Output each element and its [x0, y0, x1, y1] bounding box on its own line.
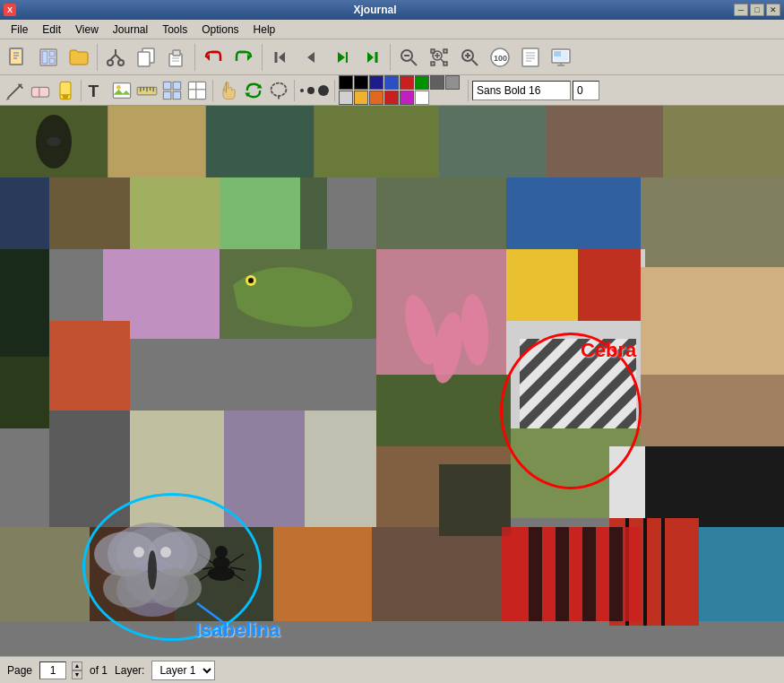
presentation-button[interactable] — [547, 43, 575, 72]
page-number-input[interactable] — [39, 661, 66, 679]
color-dark-red[interactable] — [400, 75, 414, 90]
svg-rect-126 — [273, 527, 372, 621]
svg-point-8 — [108, 60, 113, 65]
nav-next-button[interactable] — [327, 43, 356, 72]
toolbar-main: 100 — [0, 39, 784, 75]
text-tool[interactable]: T — [85, 79, 108, 102]
svg-rect-99 — [506, 177, 641, 249]
color-dark-blue[interactable] — [369, 75, 383, 90]
svg-rect-141 — [529, 527, 542, 621]
undo-button[interactable] — [199, 43, 228, 72]
color-yellow[interactable] — [354, 91, 368, 105]
color-blue[interactable] — [384, 75, 399, 90]
color-light-gray[interactable] — [339, 91, 353, 105]
maximize-button[interactable]: □ — [750, 4, 764, 16]
svg-marker-21 — [279, 52, 285, 63]
color-black[interactable] — [339, 75, 353, 90]
svg-rect-91 — [0, 177, 49, 249]
svg-rect-142 — [556, 527, 569, 621]
table-tool[interactable] — [185, 79, 209, 102]
lasso-tool[interactable] — [267, 79, 290, 102]
open-template-button[interactable] — [34, 43, 63, 72]
image-insert-tool[interactable] — [110, 79, 134, 102]
menu-options[interactable]: Options — [194, 22, 246, 38]
ruler-tool[interactable] — [135, 79, 159, 102]
svg-point-161 — [248, 278, 254, 283]
svg-rect-92 — [49, 177, 130, 249]
dot-size-small[interactable] — [300, 89, 304, 92]
svg-line-10 — [110, 55, 116, 60]
open-button[interactable] — [65, 43, 93, 72]
svg-rect-144 — [609, 527, 623, 621]
layer-select[interactable]: Layer 1 — [151, 661, 215, 680]
menu-file[interactable]: File — [4, 22, 35, 38]
svg-rect-87 — [314, 106, 439, 177]
svg-point-82 — [271, 82, 287, 95]
color-black2[interactable] — [354, 75, 368, 90]
redo-button[interactable] — [229, 43, 258, 72]
menu-edit[interactable]: Edit — [35, 22, 68, 38]
color-dark-gray[interactable] — [430, 75, 444, 90]
zoom-fit-button[interactable] — [425, 43, 453, 72]
status-bar: Page ▲ ▼ of 1 Layer: Layer 1 — [0, 656, 784, 683]
grid-tool[interactable] — [160, 79, 184, 102]
svg-rect-35 — [431, 49, 435, 53]
svg-rect-104 — [49, 321, 130, 411]
font-size-display[interactable]: 0 — [573, 81, 599, 100]
paste-button[interactable] — [162, 43, 191, 72]
eraser-tool[interactable] — [29, 79, 52, 102]
color-gray[interactable] — [445, 75, 460, 90]
color-green[interactable] — [415, 75, 429, 90]
color-white[interactable] — [415, 91, 429, 105]
menu-help[interactable]: Help — [246, 22, 283, 38]
menu-view[interactable]: View — [68, 22, 106, 38]
svg-marker-56 — [5, 98, 10, 99]
svg-marker-24 — [338, 52, 345, 63]
zoom-100-button[interactable]: 100 — [486, 43, 514, 72]
nav-end-button[interactable] — [358, 43, 386, 72]
svg-rect-16 — [173, 50, 180, 56]
copy-button[interactable] — [132, 43, 160, 72]
nav-prev-button[interactable] — [297, 43, 325, 72]
svg-text:100: 100 — [494, 54, 507, 63]
app-icon: X — [4, 4, 16, 16]
cut-button[interactable] — [101, 43, 130, 72]
dot-size-large[interactable] — [318, 85, 329, 96]
svg-rect-98 — [376, 177, 506, 249]
menu-tools[interactable]: Tools — [155, 22, 194, 38]
highlighter-tool[interactable] — [54, 79, 77, 102]
hand-tool[interactable] — [217, 79, 240, 102]
svg-rect-116 — [224, 411, 305, 527]
pen-tool[interactable] — [4, 79, 27, 102]
color-magenta[interactable] — [400, 91, 414, 105]
minimize-button[interactable]: ─ — [734, 4, 748, 16]
font-name-display[interactable]: Sans Bold 16 — [472, 81, 571, 100]
color-red[interactable] — [384, 91, 399, 105]
svg-rect-121 — [641, 446, 784, 527]
nav-start-button[interactable] — [266, 43, 295, 72]
svg-rect-130 — [439, 464, 511, 536]
menu-journal[interactable]: Journal — [106, 22, 155, 38]
svg-rect-112 — [578, 249, 641, 321]
page-down-button[interactable]: ▼ — [72, 670, 82, 679]
drawing-canvas[interactable]: Cebra Isabelina — [0, 106, 784, 656]
zoom-page-button[interactable] — [516, 43, 545, 72]
svg-line-11 — [116, 55, 121, 60]
svg-marker-23 — [307, 52, 314, 63]
canvas-area[interactable]: Cebra Isabelina — [0, 106, 784, 656]
new-button[interactable] — [4, 43, 32, 72]
zoom-out-button[interactable] — [394, 43, 423, 72]
svg-rect-114 — [49, 411, 130, 527]
svg-marker-62 — [62, 94, 68, 99]
close-button[interactable]: ✕ — [766, 4, 780, 16]
refresh-tool[interactable] — [242, 79, 265, 102]
page-spinner[interactable]: ▲ ▼ — [72, 661, 82, 679]
svg-rect-75 — [163, 91, 170, 99]
page-up-button[interactable]: ▲ — [72, 661, 82, 670]
window-controls: ─ □ ✕ — [734, 4, 780, 16]
dot-size-medium[interactable] — [307, 87, 314, 94]
color-orange[interactable] — [369, 91, 383, 105]
zoom-in-button[interactable] — [455, 43, 484, 72]
svg-rect-95 — [300, 177, 327, 249]
menu-bar: File Edit View Journal Tools Options Hel… — [0, 20, 784, 39]
